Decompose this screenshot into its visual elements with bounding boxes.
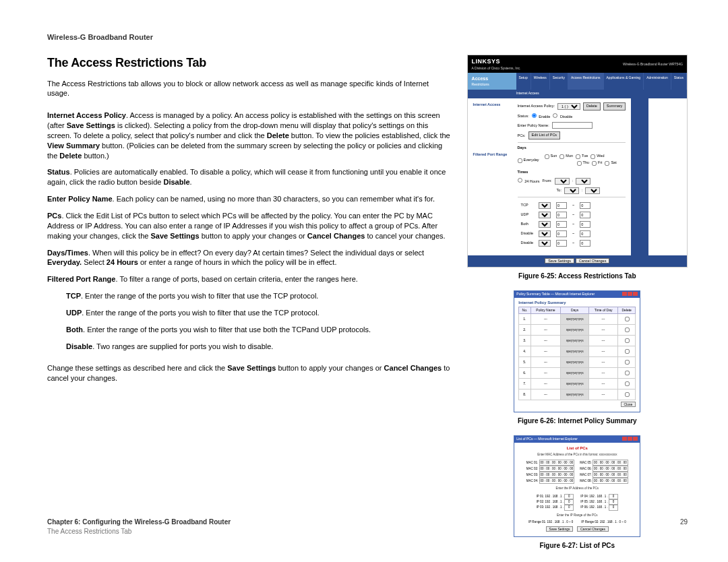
close-button[interactable]: Close — [621, 402, 636, 407]
pcs-paragraph: PCs. Click the Edit List of PCs button t… — [47, 211, 451, 241]
window-controls-icon[interactable] — [621, 292, 638, 297]
cancel-changes-button[interactable]: Cancel Changes — [576, 258, 610, 263]
nav-tab[interactable]: Wireless — [531, 73, 550, 90]
everyday-checkbox[interactable]: Everyday — [518, 158, 539, 163]
day-checkbox[interactable]: Sat — [605, 160, 616, 166]
status-paragraph: Status. Policies are automatically enabl… — [47, 167, 451, 187]
udp-paragraph: UDP. Enter the range of the ports you wi… — [66, 308, 451, 318]
save-settings-button[interactable]: Save Settings — [545, 258, 574, 263]
nav-tab[interactable]: Status — [671, 73, 687, 90]
disable-paragraph: Disable. Two ranges are supplied for por… — [66, 342, 451, 352]
policy-name-paragraph: Enter Policy Name. Each policy can be na… — [47, 194, 451, 204]
edit-list-pcs-button[interactable]: Edit List of PCs — [528, 131, 561, 139]
page-number: 29 — [680, 518, 688, 527]
final-paragraph: Change these settings as described here … — [47, 363, 451, 383]
page-title: The Access Restrictions Tab — [47, 55, 451, 71]
tcp-paragraph: TCP. Enter the range of the ports you wi… — [66, 291, 451, 301]
from-min-select[interactable] — [576, 178, 590, 185]
tab-heading: Access Restrictions — [468, 73, 516, 90]
figure-6-25-caption: Figure 6-25: Access Restrictions Tab — [467, 272, 688, 281]
intro-paragraph: The Access Restrictions tab allows you t… — [47, 79, 451, 99]
both-paragraph: Both. Enter the range of the ports you w… — [66, 325, 451, 335]
figure-6-27-caption: Figure 6-27: List of PCs — [467, 541, 688, 551]
window-controls-icon[interactable] — [621, 437, 638, 442]
disable-radio[interactable]: Disable — [553, 113, 572, 120]
nav-tab[interactable]: Applications & Gaming — [604, 73, 644, 90]
nav-tab[interactable]: Administration — [644, 73, 671, 90]
day-checkbox[interactable]: Fri — [592, 160, 602, 166]
figure-6-26-caption: Figure 6-26: Internet Policy Summary — [467, 416, 688, 426]
nav-tab[interactable]: Access Restrictions — [568, 73, 604, 90]
nav-tab[interactable]: Security — [550, 73, 568, 90]
nav-tab[interactable]: Setup — [516, 73, 531, 90]
subtab-internet-access[interactable]: Internet Access — [468, 90, 687, 98]
doc-header: Wireless-G Broadband Router — [47, 32, 688, 42]
brand-logo: LINKSYS — [472, 57, 521, 66]
main-text-column: The Access Restrictions Tab The Access R… — [47, 55, 451, 542]
enable-radio[interactable]: Enable — [532, 113, 551, 120]
policy-select[interactable]: 1 ( ) — [557, 103, 580, 110]
figure-6-26: Policy Summary Table — Microsoft Interne… — [514, 290, 640, 412]
policy-name-input[interactable] — [552, 122, 593, 129]
day-checkbox[interactable]: Tue — [576, 154, 588, 159]
policy-summary-table: No.Policy NameDaysTime of DayDelete1.---… — [518, 307, 636, 400]
delete-button[interactable]: Delete — [583, 102, 601, 111]
day-checkbox[interactable]: Sun — [545, 154, 557, 159]
24hours-radio[interactable]: 24 Hours — [518, 178, 540, 185]
iap-paragraph: Internet Access Policy. Access is manage… — [47, 111, 451, 160]
days-paragraph: Days/Times. When will this policy be in … — [47, 248, 451, 268]
figures-column: LINKSYS A Division of Cisco Systems, Inc… — [467, 55, 688, 542]
page-footer: Chapter 6: Configuring the Wireless-G Br… — [47, 518, 688, 536]
to-hour-select[interactable] — [564, 187, 579, 194]
summary-button[interactable]: Summary — [603, 102, 626, 111]
to-min-select[interactable] — [585, 187, 600, 194]
day-checkbox[interactable]: Wed — [590, 154, 604, 159]
day-checkbox[interactable]: Mon — [559, 154, 573, 159]
from-hour-select[interactable] — [555, 178, 570, 185]
fpr-paragraph: Filtered Port Range. To filter a range o… — [47, 274, 451, 284]
day-checkbox[interactable]: Thu — [577, 160, 589, 166]
figure-6-25: LINKSYS A Division of Cisco Systems, Inc… — [467, 55, 688, 268]
